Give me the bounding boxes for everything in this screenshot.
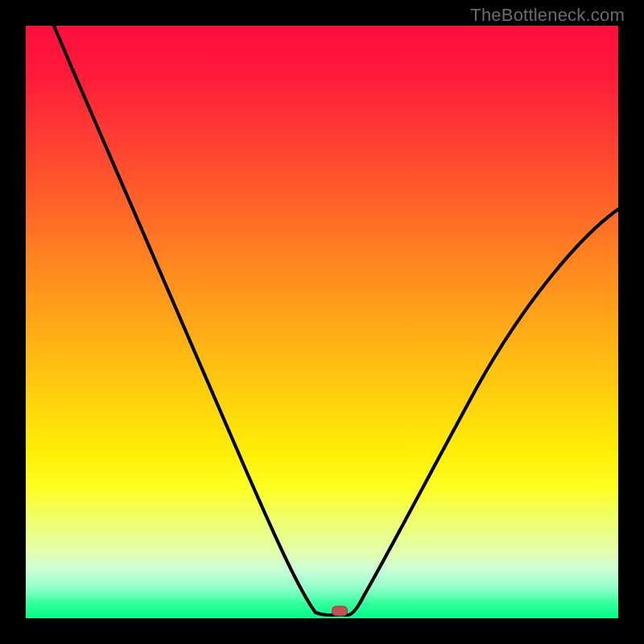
- chart-frame: TheBottleneck.com: [0, 0, 644, 644]
- optimal-marker: [332, 606, 348, 617]
- watermark-text: TheBottleneck.com: [470, 5, 625, 26]
- plot-area: [26, 26, 618, 618]
- bottleneck-curve: [26, 26, 618, 618]
